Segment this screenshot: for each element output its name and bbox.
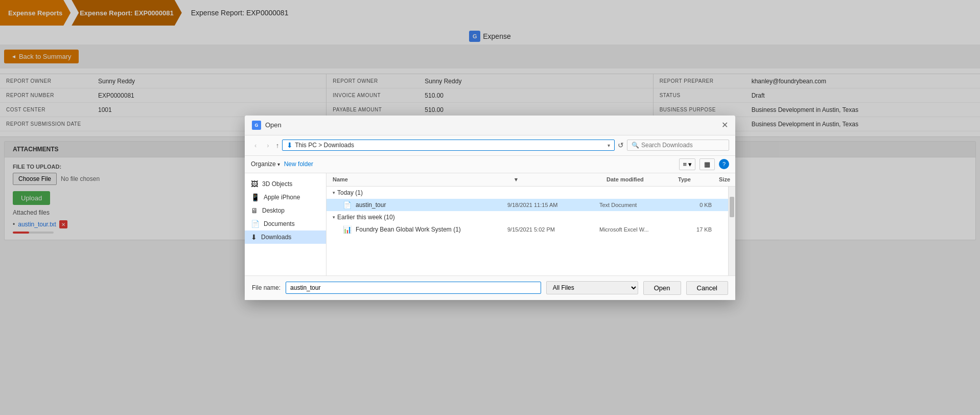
nav-forward-button[interactable]: › [263, 140, 272, 151]
table-row[interactable]: 📊 Foundry Bean Global Work System (1) 9/… [326, 223, 728, 236]
dialog-title-bar: G Open ✕ [245, 116, 735, 135]
dialog-toolbar: ‹ › ↑ ⬇ This PC > Downloads ▾ ↺ 🔍 [245, 135, 735, 156]
file-name: 📊 Foundry Bean Global Work System (1) [343, 225, 507, 234]
dialog-title-text: Open [265, 121, 721, 129]
table-row[interactable]: 📄 austin_tour 9/18/2021 11:15 AM Text Do… [326, 199, 728, 211]
view-dropdown-icon: ▾ [688, 160, 692, 168]
dialog-file-area: Name ▾ Date modified Type Size ▾ Today (… [326, 173, 735, 245]
search-icon: 🔍 [632, 142, 639, 149]
scrollbar-thumb [730, 197, 734, 217]
search-box[interactable]: 🔍 [627, 140, 729, 151]
file-type: Text Document [599, 202, 671, 208]
sidebar-item-apple-iphone[interactable]: 📱 Apple iPhone [245, 191, 326, 204]
view-icon: ≡ [683, 160, 687, 168]
col-header-date: Date modified [606, 176, 678, 183]
apple-iphone-icon: 📱 [251, 193, 260, 201]
dialog-sidebar: 🖼 3D Objects 📱 Apple iPhone 🖥 Desktop 📄 … [245, 173, 326, 245]
file-dialog: G Open ✕ ‹ › ↑ ⬇ This PC > Downloads ▾ ↺… [245, 116, 735, 245]
chevron-down-icon: ▾ [333, 190, 335, 195]
file-size: 17 KB [671, 226, 712, 233]
address-dropdown-icon: ▾ [608, 143, 610, 148]
dialog-overlay: G Open ✕ ‹ › ↑ ⬇ This PC > Downloads ▾ ↺… [0, 0, 980, 244]
scrollbar-vertical[interactable] [728, 187, 735, 245]
search-input[interactable] [641, 142, 725, 149]
col-sort-icon: ▾ [515, 176, 606, 183]
file-list-header: Name ▾ Date modified Type Size [326, 173, 735, 187]
help-button[interactable]: ? [719, 159, 729, 169]
sidebar-item-downloads[interactable]: ⬇ Downloads [245, 230, 326, 244]
nav-back-button[interactable]: ‹ [251, 140, 260, 151]
dialog-close-button[interactable]: ✕ [721, 121, 728, 129]
file-list-scroll[interactable]: ▾ Today (1) 📄 austin_tour 9/18/2021 11:1… [326, 187, 728, 245]
refresh-button[interactable]: ↺ [618, 141, 624, 149]
file-group-today[interactable]: ▾ Today (1) [326, 187, 728, 199]
file-group-earlier[interactable]: ▾ Earlier this week (10) [326, 211, 728, 223]
address-bar[interactable]: ⬇ This PC > Downloads ▾ [282, 140, 615, 151]
chevron-down-icon: ▾ [333, 215, 335, 220]
excel-file-icon: 📊 [343, 225, 352, 234]
file-type: Microsoft Excel W... [599, 226, 671, 233]
file-name: 📄 austin_tour [343, 201, 507, 209]
view-button[interactable]: ≡ ▾ [679, 158, 695, 170]
organize-button[interactable]: Organize [251, 160, 280, 168]
col-header-name: Name [333, 176, 515, 183]
dialog-title-icon: G [252, 121, 261, 130]
address-icon: ⬇ [287, 141, 293, 149]
downloads-icon: ⬇ [251, 233, 257, 241]
desktop-icon: 🖥 [251, 206, 258, 215]
col-header-type: Type [678, 176, 719, 183]
file-list-container: ▾ Today (1) 📄 austin_tour 9/18/2021 11:1… [326, 187, 735, 245]
dialog-body: 🖼 3D Objects 📱 Apple iPhone 🖥 Desktop 📄 … [245, 173, 735, 245]
pane-icon: ▦ [704, 160, 710, 168]
sidebar-item-3d-objects[interactable]: 🖼 3D Objects [245, 177, 326, 191]
documents-icon: 📄 [251, 220, 260, 228]
new-folder-button[interactable]: New folder [284, 160, 313, 168]
text-file-icon: 📄 [343, 201, 352, 209]
sidebar-item-documents[interactable]: 📄 Documents [245, 217, 326, 230]
dialog-toolbar2: Organize New folder ≡ ▾ ▦ ? [245, 156, 735, 173]
col-header-size: Size [719, 176, 729, 183]
file-date: 9/18/2021 11:15 AM [507, 202, 599, 208]
pane-button[interactable]: ▦ [699, 158, 715, 170]
sidebar-item-desktop[interactable]: 🖥 Desktop [245, 204, 326, 217]
nav-up-button[interactable]: ↑ [276, 142, 279, 149]
3d-objects-icon: 🖼 [251, 180, 258, 188]
file-date: 9/15/2021 5:02 PM [507, 226, 599, 233]
address-path: This PC > Downloads [295, 142, 605, 149]
file-size: 0 KB [671, 202, 712, 208]
